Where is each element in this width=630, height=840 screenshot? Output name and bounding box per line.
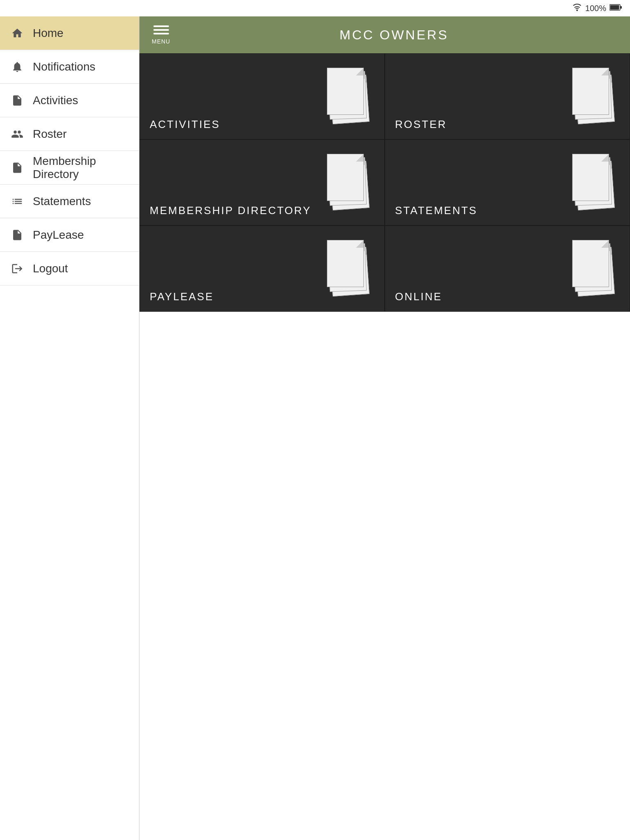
sidebar-item-paylease[interactable]: PayLease	[0, 218, 139, 252]
grid-cell-activities-label: ACTIVITIES	[150, 118, 220, 131]
grid-cell-roster[interactable]: ROSTER	[385, 53, 630, 139]
wifi-icon	[572, 4, 582, 13]
grid-cell-online-label: ONLINE	[395, 290, 442, 303]
grid-cell-membership-directory-label: MEMBERSHIP DIRECTORY	[150, 204, 311, 217]
sidebar-item-roster[interactable]: Roster	[0, 117, 139, 151]
grid-content: ACTIVITIES	[139, 53, 630, 447]
statements-icon	[10, 194, 25, 209]
menu-label: MENU	[152, 38, 170, 45]
sidebar-item-activities-label: Activities	[33, 94, 78, 107]
grid-cell-statements[interactable]: STATEMENTS	[385, 139, 630, 226]
bottom-area	[139, 447, 630, 840]
grid-cell-online[interactable]: ONLINE	[385, 226, 630, 312]
sidebar-item-statements-label: Statements	[33, 195, 91, 208]
menu-bar-1	[153, 25, 169, 27]
sidebar-item-membership-directory-label: Membership Directory	[33, 155, 129, 181]
grid-cell-paylease-label: PAYLEASE	[150, 290, 214, 303]
statements-doc-icon	[568, 150, 621, 215]
svg-rect-2	[620, 6, 622, 9]
grid-cell-activities[interactable]: ACTIVITIES	[139, 53, 385, 139]
menu-bar-3	[153, 33, 169, 34]
status-bar: 100%	[0, 0, 630, 16]
logout-icon	[10, 261, 25, 276]
grid-cell-paylease[interactable]: PAYLEASE	[139, 226, 385, 312]
battery-text: 100%	[585, 4, 606, 13]
grid-cell-roster-label: ROSTER	[395, 118, 447, 131]
person-icon	[10, 127, 25, 142]
header: MENU MCC OWNERS	[139, 16, 630, 53]
grid-cell-membership-directory[interactable]: MEMBERSHIP DIRECTORY	[139, 139, 385, 226]
online-doc-icon	[568, 236, 621, 301]
paylease-doc-icon	[323, 236, 376, 301]
membership-directory-icon	[10, 160, 25, 175]
sidebar-item-home[interactable]: Home	[0, 16, 139, 50]
activities-icon	[10, 93, 25, 108]
menu-button[interactable]: MENU	[152, 25, 170, 45]
sidebar-item-notifications[interactable]: Notifications	[0, 50, 139, 84]
membership-directory-doc-icon	[323, 150, 376, 215]
grid-cell-statements-label: STATEMENTS	[395, 204, 477, 217]
header-title: MCC OWNERS	[170, 27, 618, 43]
right-panel: MENU MCC OWNERS ACTIVITIES	[139, 16, 630, 840]
bell-icon	[10, 59, 25, 74]
sidebar: Home Notifications Activities	[0, 16, 139, 840]
battery-icon	[609, 3, 622, 14]
svg-rect-1	[610, 5, 619, 10]
sidebar-item-roster-label: Roster	[33, 128, 66, 141]
app-container: Home Notifications Activities	[0, 16, 630, 840]
sidebar-item-logout-label: Logout	[33, 262, 68, 275]
sidebar-item-notifications-label: Notifications	[33, 60, 96, 73]
paylease-icon	[10, 228, 25, 242]
roster-doc-icon	[568, 64, 621, 129]
sidebar-item-statements[interactable]: Statements	[0, 185, 139, 218]
sidebar-item-logout[interactable]: Logout	[0, 252, 139, 285]
activities-doc-icon	[323, 64, 376, 129]
sidebar-item-activities[interactable]: Activities	[0, 84, 139, 117]
sidebar-item-home-label: Home	[33, 27, 64, 40]
sidebar-item-paylease-label: PayLease	[33, 228, 84, 242]
home-icon	[10, 26, 25, 41]
sidebar-item-membership-directory[interactable]: Membership Directory	[0, 151, 139, 185]
menu-bar-2	[153, 29, 169, 31]
